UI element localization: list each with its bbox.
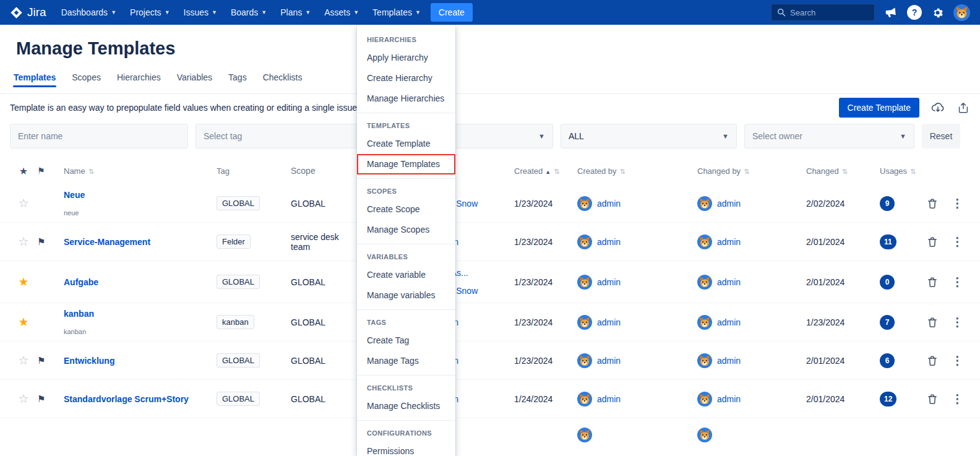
user-avatar: [577, 392, 592, 407]
tab-checklists[interactable]: Checklists: [262, 71, 303, 93]
menu-item-manage-tags[interactable]: Manage Tags: [357, 351, 455, 371]
nav-item-plans[interactable]: Plans▼: [279, 1, 312, 24]
tag-filter-select[interactable]: Select tag ▼: [196, 124, 372, 148]
created-by-link[interactable]: admin: [597, 394, 621, 404]
menu-section-title: SCOPES: [357, 180, 455, 199]
templates-table: ★ ⚑ Name⇅ Tag Scope Created▲⇅ Created by…: [0, 157, 980, 456]
column-header-changed-by[interactable]: Changed by⇅: [690, 166, 801, 176]
menu-section: CONFIGURATIONSPermissions: [357, 420, 455, 456]
tab-templates[interactable]: Templates: [13, 71, 56, 93]
trash-icon[interactable]: [927, 236, 938, 247]
table-row: ☆ ⚑ Service-Management Felder service de…: [0, 223, 980, 261]
nav-item-dashboards[interactable]: Dashboards▼: [60, 1, 118, 24]
flag-column-icon[interactable]: ⚑: [37, 166, 45, 176]
changed-by-link[interactable]: admin: [717, 199, 741, 209]
more-actions-icon[interactable]: ⋮: [952, 316, 963, 328]
help-icon[interactable]: ?: [907, 5, 922, 20]
user-avatar-button[interactable]: [953, 4, 970, 21]
top-navigation: Jira Dashboards▼ Projects▼ Issues▼ Board…: [0, 0, 980, 25]
menu-item-create-variable[interactable]: Create variable: [357, 265, 455, 285]
star-icon[interactable]: ☆: [18, 235, 28, 248]
export-icon[interactable]: [956, 101, 970, 114]
trash-icon[interactable]: [927, 394, 938, 405]
settings-gear-icon[interactable]: [931, 6, 944, 19]
more-actions-icon[interactable]: ⋮: [952, 276, 963, 288]
table-row: [0, 418, 980, 456]
trash-icon[interactable]: [927, 198, 938, 209]
menu-item-manage-checklists[interactable]: Manage Checklists: [357, 396, 455, 416]
menu-item-create-template[interactable]: Create Template: [357, 134, 455, 154]
created-by-link[interactable]: admin: [597, 237, 621, 247]
nav-item-templates[interactable]: Templates▼: [371, 1, 422, 24]
column-header-usages[interactable]: Usages⇅: [872, 166, 922, 176]
column-header-changed[interactable]: Changed⇅: [801, 166, 872, 176]
name-filter-input[interactable]: [18, 131, 180, 141]
menu-item-create-tag[interactable]: Create Tag: [357, 330, 455, 351]
trash-icon[interactable]: [927, 277, 938, 288]
tab-scopes[interactable]: Scopes: [71, 71, 101, 93]
star-icon[interactable]: ☆: [18, 392, 28, 405]
search-input[interactable]: [790, 8, 864, 17]
created-by-link[interactable]: admin: [597, 277, 621, 287]
changed-by-link[interactable]: admin: [717, 356, 741, 366]
nav-item-projects[interactable]: Projects▼: [129, 1, 171, 24]
column-header-created[interactable]: Created▲⇅: [504, 166, 572, 176]
changed-by-link[interactable]: admin: [717, 237, 741, 247]
reset-button[interactable]: Reset: [922, 124, 960, 148]
template-name-link[interactable]: Standardvorlage Scrum+Story: [64, 394, 189, 404]
created-by-link[interactable]: admin: [597, 199, 621, 209]
trash-icon[interactable]: [927, 317, 938, 328]
nav-item-assets[interactable]: Assets▼: [323, 1, 360, 24]
star-icon[interactable]: ☆: [18, 197, 28, 210]
name-filter-input-wrap: [10, 124, 188, 148]
template-name-link[interactable]: kanban: [64, 309, 94, 319]
column-header-name[interactable]: Name⇅: [58, 166, 213, 176]
tab-tags[interactable]: Tags: [228, 71, 247, 93]
column-header-created-by[interactable]: Created by⇅: [572, 166, 690, 176]
import-cloud-icon[interactable]: [931, 100, 945, 115]
tab-variables[interactable]: Variables: [176, 71, 213, 93]
trash-icon[interactable]: [927, 355, 938, 366]
search-box[interactable]: [771, 4, 875, 21]
menu-item-permissions[interactable]: Permissions: [357, 441, 455, 456]
created-by-link[interactable]: admin: [597, 317, 621, 327]
changed-by-link[interactable]: admin: [717, 394, 741, 404]
chevron-down-icon: ▼: [353, 9, 359, 15]
star-icon[interactable]: ☆: [18, 354, 28, 367]
create-button[interactable]: Create: [431, 3, 473, 22]
tab-hierarchies[interactable]: Hierarchies: [116, 71, 161, 93]
changed-by-link[interactable]: admin: [717, 277, 741, 287]
jira-logo[interactable]: Jira: [10, 6, 46, 19]
template-name-link[interactable]: Entwicklung: [64, 356, 114, 366]
menu-item-create-scope[interactable]: Create Scope: [357, 199, 455, 220]
template-name-link[interactable]: Service-Management: [64, 237, 150, 247]
column-header-scope[interactable]: Scope: [286, 166, 359, 176]
more-actions-icon[interactable]: ⋮: [952, 393, 963, 405]
more-actions-icon[interactable]: ⋮: [952, 355, 963, 366]
column-header-tag[interactable]: Tag: [213, 166, 286, 176]
user-avatar: [577, 275, 592, 290]
star-icon[interactable]: ★: [18, 275, 28, 288]
menu-item-create-hierarchy[interactable]: Create Hierarchy: [357, 68, 455, 88]
owner-filter-select[interactable]: Select owner ▼: [744, 124, 914, 148]
more-actions-icon[interactable]: ⋮: [952, 236, 963, 247]
scope-value: service desk team: [286, 232, 359, 252]
star-icon[interactable]: ★: [18, 316, 28, 329]
create-template-button[interactable]: Create Template: [839, 98, 919, 118]
template-name-link[interactable]: Neue: [64, 190, 85, 200]
nav-item-issues[interactable]: Issues▼: [183, 1, 218, 24]
menu-item-manage-variables[interactable]: Manage variables: [357, 285, 455, 306]
nav-item-boards[interactable]: Boards▼: [230, 1, 268, 24]
created-by-link[interactable]: admin: [597, 356, 621, 366]
more-actions-icon[interactable]: ⋮: [952, 197, 963, 209]
menu-item-apply-hierarchy[interactable]: Apply Hierarchy: [357, 48, 455, 68]
changed-date: 2/01/2024: [801, 356, 872, 366]
changed-by-link[interactable]: admin: [717, 317, 741, 327]
menu-item-manage-templates[interactable]: Manage Templates: [357, 154, 455, 174]
menu-item-manage-hierarchies[interactable]: Manage Hierarchies: [357, 88, 455, 109]
template-name-link[interactable]: Aufgabe: [64, 277, 98, 287]
star-column-icon[interactable]: ★: [19, 166, 28, 176]
announcements-icon[interactable]: [884, 6, 898, 19]
status-filter-select[interactable]: ALL ▼: [561, 124, 737, 148]
menu-item-manage-scopes[interactable]: Manage Scopes: [357, 220, 455, 240]
